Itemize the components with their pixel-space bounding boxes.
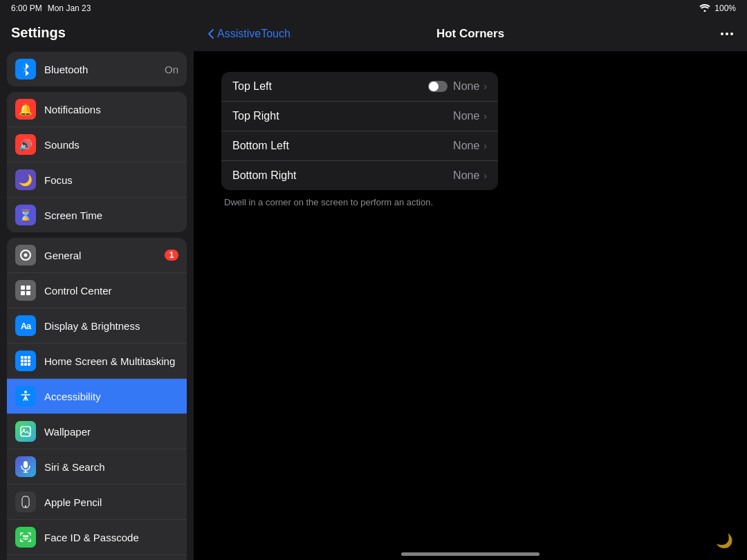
svg-rect-5 xyxy=(21,291,25,295)
bluetooth-value: On xyxy=(165,64,178,75)
wifi-icon xyxy=(699,3,710,14)
control-center-icon xyxy=(15,280,36,301)
svg-rect-10 xyxy=(21,360,24,362)
hot-corner-bottom-left[interactable]: Bottom Left None › xyxy=(221,131,498,161)
svg-point-17 xyxy=(23,429,25,431)
chevron-right-icon-3: › xyxy=(483,140,487,151)
dot-1 xyxy=(721,32,723,35)
siri-label: Siri & Search xyxy=(44,461,178,473)
display-label: Display & Brightness xyxy=(44,320,178,332)
sidebar-item-sounds[interactable]: 🔊 Sounds xyxy=(7,127,187,162)
svg-point-0 xyxy=(704,10,706,12)
top-left-label: Top Left xyxy=(232,80,423,93)
sidebar-title: Settings xyxy=(0,17,194,46)
back-button[interactable]: AssistiveTouch xyxy=(208,28,290,40)
sidebar-item-battery[interactable]: Battery xyxy=(7,555,187,560)
back-label: AssistiveTouch xyxy=(217,28,290,40)
svg-rect-3 xyxy=(21,286,25,290)
chevron-right-icon-4: › xyxy=(483,170,487,181)
sidebar-item-focus[interactable]: 🌙 Focus xyxy=(7,162,187,198)
sidebar-item-wallpaper[interactable]: Wallpaper xyxy=(7,414,187,449)
main-content: AssistiveTouch Hot Corners Top Left None… xyxy=(194,17,747,560)
toggle-thumb xyxy=(429,82,439,91)
notifications-label: Notifications xyxy=(44,104,178,115)
nav-bar: AssistiveTouch Hot Corners xyxy=(194,17,747,51)
screen-time-icon: ⌛ xyxy=(15,205,36,225)
wallpaper-label: Wallpaper xyxy=(44,426,178,438)
svg-rect-9 xyxy=(28,356,30,359)
svg-point-16 xyxy=(24,391,27,393)
sidebar-item-bluetooth[interactable]: Bluetooth On xyxy=(7,52,187,86)
general-icon xyxy=(15,245,36,265)
sidebar-item-apple-pencil[interactable]: Apple Pencil xyxy=(7,485,187,520)
sidebar: Settings Bluetooth On 🔔 Notifications 🔊 … xyxy=(0,17,194,560)
status-left: 6:00 PM Mon Jan 23 xyxy=(11,3,91,13)
hot-corner-top-right[interactable]: Top Right None › xyxy=(221,102,498,131)
apple-pencil-label: Apple Pencil xyxy=(44,496,178,508)
svg-rect-7 xyxy=(21,356,24,359)
bluetooth-label: Bluetooth xyxy=(44,64,165,75)
moon-bottom-icon: 🌙 xyxy=(716,532,733,549)
svg-rect-6 xyxy=(26,291,30,295)
dot-3 xyxy=(730,32,733,35)
svg-rect-18 xyxy=(24,461,28,468)
notifications-icon: 🔔 xyxy=(15,99,36,120)
hot-corner-top-left[interactable]: Top Left None › xyxy=(221,72,498,102)
sidebar-item-face-id[interactable]: Face ID & Passcode xyxy=(7,520,187,555)
status-bar: 6:00 PM Mon Jan 23 100% xyxy=(0,0,747,17)
sidebar-item-accessibility[interactable]: Accessibility xyxy=(7,379,187,414)
sidebar-group-general: General 1 Control Center Aa Display & Br… xyxy=(7,238,187,560)
sidebar-item-general[interactable]: General 1 xyxy=(7,238,187,273)
accessibility-icon xyxy=(15,386,36,407)
bottom-right-label: Bottom Right xyxy=(232,169,453,182)
chevron-right-icon-2: › xyxy=(483,111,487,122)
siri-icon xyxy=(15,456,36,477)
svg-rect-13 xyxy=(21,363,24,366)
sidebar-group-notifications: 🔔 Notifications 🔊 Sounds 🌙 Focus ⌛ Scree… xyxy=(7,92,187,232)
sidebar-item-display-brightness[interactable]: Aa Display & Brightness xyxy=(7,308,187,344)
hot-corner-bottom-right[interactable]: Bottom Right None › xyxy=(221,161,498,190)
bottom-left-value: None xyxy=(453,140,479,152)
content-area: Top Left None › Top Right None › Bottom … xyxy=(194,51,747,560)
svg-point-22 xyxy=(24,536,25,537)
svg-rect-11 xyxy=(24,360,27,362)
sidebar-item-siri-search[interactable]: Siri & Search xyxy=(7,449,187,485)
sidebar-item-notifications[interactable]: 🔔 Notifications xyxy=(7,92,187,127)
status-date: Mon Jan 23 xyxy=(48,3,91,13)
apple-pencil-icon xyxy=(15,492,36,512)
bottom-right-value: None xyxy=(453,169,479,182)
top-right-value: None xyxy=(453,110,479,122)
focus-label: Focus xyxy=(44,174,178,186)
accessibility-label: Accessibility xyxy=(44,391,178,402)
svg-rect-12 xyxy=(28,360,30,362)
general-badge: 1 xyxy=(165,250,178,261)
home-screen-icon xyxy=(15,351,36,371)
sounds-label: Sounds xyxy=(44,139,178,151)
top-right-label: Top Right xyxy=(232,110,453,122)
sidebar-item-screen-time[interactable]: ⌛ Screen Time xyxy=(7,198,187,232)
wallpaper-icon xyxy=(15,421,36,442)
page-title: Hot Corners xyxy=(436,27,504,41)
sidebar-group-bluetooth: Bluetooth On xyxy=(7,52,187,86)
dot-2 xyxy=(726,32,728,35)
bluetooth-icon xyxy=(15,59,36,80)
face-id-label: Face ID & Passcode xyxy=(44,532,178,543)
display-icon: Aa xyxy=(15,315,36,336)
battery-status: 100% xyxy=(714,3,736,13)
svg-rect-14 xyxy=(24,363,27,366)
home-screen-label: Home Screen & Multitasking xyxy=(44,355,178,367)
sidebar-item-control-center[interactable]: Control Center xyxy=(7,273,187,308)
face-id-icon xyxy=(15,527,36,548)
screen-time-label: Screen Time xyxy=(44,209,178,221)
chevron-right-icon: › xyxy=(483,81,487,92)
svg-point-23 xyxy=(27,536,28,537)
top-left-toggle[interactable] xyxy=(428,81,448,92)
general-label: General xyxy=(44,250,165,261)
bottom-left-label: Bottom Left xyxy=(232,140,453,152)
hot-corners-card: Top Left None › Top Right None › Bottom … xyxy=(221,72,498,190)
focus-icon: 🌙 xyxy=(15,169,36,190)
sidebar-item-home-screen[interactable]: Home Screen & Multitasking xyxy=(7,344,187,379)
nav-dots[interactable] xyxy=(721,32,733,35)
control-center-label: Control Center xyxy=(44,285,178,297)
svg-point-2 xyxy=(24,254,28,257)
